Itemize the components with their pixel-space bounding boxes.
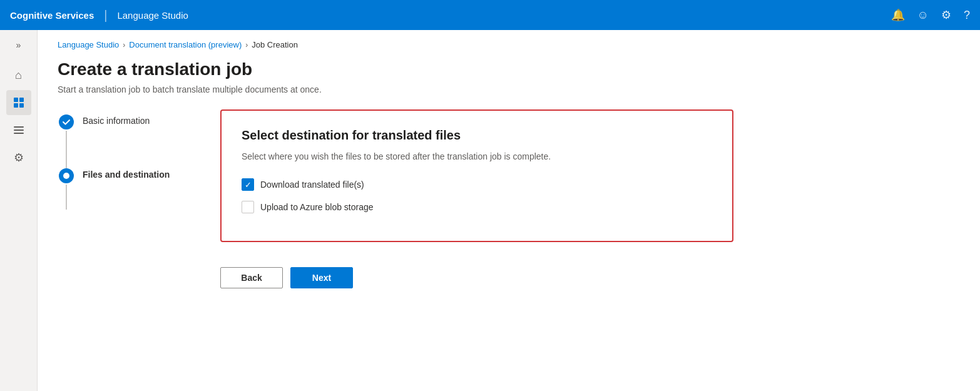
panel-title: Select destination for translated files: [242, 128, 712, 143]
topbar-title: Language Studio: [117, 10, 188, 21]
button-row: Back Next: [58, 267, 960, 288]
page-subtitle: Start a translation job to batch transla…: [58, 84, 960, 94]
help-icon[interactable]: ?: [964, 9, 970, 22]
svg-rect-0: [14, 98, 18, 102]
panel-description: Select where you wish the files to be st…: [242, 150, 712, 163]
sidebar-item-translation[interactable]: [6, 90, 31, 115]
step-1-connector: [58, 114, 75, 168]
destination-panel: Select destination for translated files …: [220, 109, 733, 242]
svg-rect-4: [14, 126, 24, 128]
step-1-label: Basic information: [83, 114, 150, 126]
svg-rect-5: [14, 129, 24, 131]
brand-label: Cognitive Services: [10, 10, 94, 21]
back-button[interactable]: Back: [220, 267, 283, 288]
step-2-circle: [59, 168, 74, 183]
sidebar: » ⌂ ⚙: [0, 30, 38, 391]
upload-checkbox[interactable]: [242, 201, 254, 213]
topbar-icons: 🔔 ☺ ⚙ ?: [891, 8, 970, 22]
smiley-icon[interactable]: ☺: [917, 9, 929, 22]
breadcrumb-sep-2: ›: [245, 41, 248, 49]
breadcrumb-document-translation[interactable]: Document translation (preview): [129, 40, 242, 49]
svg-rect-2: [19, 98, 24, 102]
step-1-line: [66, 131, 67, 168]
gear-icon[interactable]: ⚙: [941, 8, 951, 22]
svg-rect-6: [14, 133, 24, 134]
content-area: Language Studio › Document translation (…: [38, 30, 980, 391]
breadcrumb-job-creation: Job Creation: [252, 40, 298, 49]
step-2-line: [66, 185, 67, 210]
steps-panel-layout: Basic information Files and destination …: [58, 109, 960, 242]
sidebar-expand-icon[interactable]: »: [11, 35, 26, 55]
upload-option-row: Upload to Azure blob storage: [242, 201, 712, 213]
sidebar-item-settings[interactable]: ⚙: [6, 145, 31, 170]
checkmark-icon: ✓: [245, 181, 252, 189]
sidebar-item-home[interactable]: ⌂: [6, 63, 31, 88]
svg-rect-1: [14, 103, 18, 108]
step-1: Basic information: [58, 114, 220, 168]
steps-column: Basic information Files and destination: [58, 109, 220, 242]
breadcrumb-language-studio[interactable]: Language Studio: [58, 40, 119, 49]
breadcrumb-sep-1: ›: [123, 41, 125, 49]
page-title: Create a translation job: [58, 59, 960, 79]
upload-label: Upload to Azure blob storage: [260, 202, 374, 212]
step-1-circle: [59, 114, 74, 129]
next-button[interactable]: Next: [290, 267, 353, 288]
download-label: Download translated file(s): [260, 180, 364, 190]
sidebar-item-list[interactable]: [6, 118, 31, 143]
step-2: Files and destination: [58, 168, 220, 210]
step-2-connector: [58, 168, 75, 210]
topbar-divider: |: [104, 8, 107, 23]
breadcrumb: Language Studio › Document translation (…: [58, 40, 960, 49]
bell-icon[interactable]: 🔔: [891, 8, 905, 22]
download-option-row: ✓ Download translated file(s): [242, 178, 712, 191]
step-2-label: Files and destination: [83, 168, 170, 180]
svg-rect-3: [19, 103, 24, 108]
main-layout: » ⌂ ⚙ Language Studio › Document transla…: [0, 30, 980, 391]
download-checkbox[interactable]: ✓: [242, 178, 254, 191]
topbar: Cognitive Services | Language Studio 🔔 ☺…: [0, 0, 980, 30]
